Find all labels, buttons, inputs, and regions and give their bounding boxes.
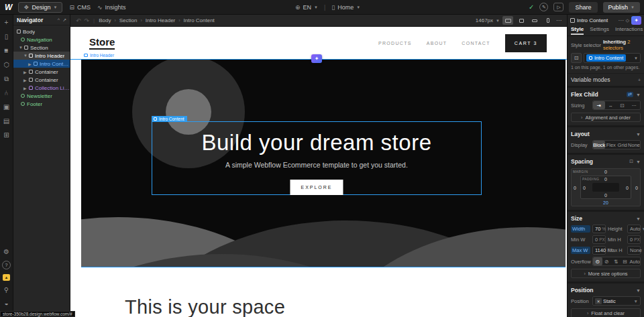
chevron-down-icon[interactable]: ▼ [636, 132, 641, 137]
tab-interactions[interactable]: Interactions [615, 26, 643, 34]
breadcrumb-intro-header[interactable]: Intro Header [146, 17, 175, 23]
preview-icon[interactable]: ▷ [553, 3, 564, 11]
margin-right-value[interactable]: 0 [635, 185, 638, 190]
hero-heading[interactable]: Build your dream store [152, 130, 481, 155]
breakpoint-phone-landscape-icon[interactable] [529, 16, 540, 25]
margin-bottom-value[interactable]: 20 [572, 200, 640, 205]
spacing-settings-icon[interactable]: ⊡ [629, 159, 633, 164]
tree-item-container[interactable]: ▶ Container [13, 76, 70, 84]
nav-link-contact[interactable]: CONTACT [462, 41, 490, 46]
variables-icon[interactable]: ⑃ [2, 88, 11, 97]
pages-icon[interactable]: ▯ [2, 32, 11, 41]
assets-icon[interactable]: ⧉ [2, 74, 11, 83]
components-icon[interactable]: ⬡ [2, 60, 11, 69]
max-width-input[interactable]: 1140 PX [592, 246, 606, 255]
explore-button[interactable]: EXPLORE [290, 180, 343, 195]
canvas-width-value[interactable]: 1467px [476, 17, 493, 23]
caret-right-icon[interactable]: ▶ [23, 78, 27, 82]
tree-item-navigation[interactable]: Navigation [13, 36, 70, 44]
add-element-badge[interactable]: ✦ [311, 54, 322, 63]
hero-section[interactable]: Intro Content Build your dream store A s… [81, 60, 566, 267]
height-input[interactable]: Auto ▼ [627, 225, 641, 233]
float-clear-button[interactable]: › Float and clear [571, 308, 641, 317]
more-breakpoints-icon[interactable]: ⋯ [556, 17, 561, 23]
webflow-logo[interactable]: W [5, 3, 11, 12]
cart-button[interactable]: CART 3 [505, 34, 547, 52]
libraries-icon[interactable]: ▤ [2, 117, 11, 125]
padding-top-value[interactable]: 0 [581, 177, 631, 182]
max-width-label[interactable]: Max W [571, 247, 590, 254]
add-icon[interactable]: + [638, 78, 641, 82]
breakpoint-desktop-icon[interactable] [502, 16, 513, 25]
flex-child-indicator-icon[interactable]: ⇄ [627, 92, 633, 97]
design-surface[interactable]: Store PRODUCTS ABOUT CONTACT CART 3 Intr… [70, 27, 567, 317]
width-input[interactable]: 70 % [592, 225, 606, 233]
undo-icon[interactable]: ↶ [76, 17, 81, 24]
caret-down-icon[interactable]: ▼ [23, 54, 27, 58]
share-button[interactable]: Share [569, 2, 597, 13]
upgrade-warning-icon[interactable]: ▲ [3, 274, 10, 281]
tree-item-container[interactable]: ▶ Container [13, 68, 70, 76]
breakpoint-phone-portrait-icon[interactable] [543, 16, 553, 25]
tree-item-intro-content[interactable]: ▶ Intro Content [13, 60, 70, 68]
breadcrumb-intro-content[interactable]: Intro Content [184, 17, 215, 23]
chevron-down-icon[interactable]: ▼ [636, 92, 641, 97]
hero-subtitle[interactable]: A simple Webflow Ecommerce template to g… [152, 161, 481, 169]
nav-link-products[interactable]: PRODUCTS [378, 41, 412, 46]
cms-button[interactable]: ⊟ CMS [69, 4, 91, 11]
component-icon[interactable]: ⬦ [625, 17, 629, 24]
tab-style[interactable]: Style [571, 26, 584, 35]
tab-settings[interactable]: Settings [590, 26, 609, 34]
max-height-input[interactable]: None ▼ [627, 246, 641, 255]
chevron-down-icon[interactable]: ▼ [636, 288, 641, 293]
space-section-heading[interactable]: This is your space [125, 296, 285, 317]
sizing-none-icon[interactable]: ⊡ [616, 101, 629, 109]
search-icon[interactable]: ⚲ [2, 286, 11, 294]
style-selector-input[interactable]: Intro Content ▼ [584, 53, 641, 63]
width-label[interactable]: Width [571, 225, 590, 233]
media-icon[interactable]: ▣ [2, 103, 11, 111]
sizing-shrink-icon[interactable]: ⇥ [593, 101, 605, 109]
min-width-label[interactable]: Min W [571, 237, 590, 243]
design-menu-button[interactable]: ❖ Design ▼ [18, 2, 62, 13]
tree-item-section[interactable]: ▼ Section [13, 44, 70, 52]
max-height-label[interactable]: Max H [608, 247, 625, 253]
more-size-options-button[interactable]: › More size options [571, 269, 641, 278]
publish-button[interactable]: Publish ▼ [603, 2, 640, 13]
padding-control[interactable]: PADDING 0 0 0 0 [580, 176, 631, 199]
breadcrumb-section[interactable]: Section [119, 17, 138, 23]
caret-right-icon[interactable]: ▶ [23, 70, 27, 74]
redo-icon[interactable]: ↷ [85, 17, 90, 24]
comments-icon[interactable]: ✎ [539, 3, 548, 11]
overflow-scroll-icon[interactable]: ⇅ [611, 257, 621, 265]
tree-item-intro-header[interactable]: ▼ Intro Header [13, 52, 70, 60]
min-height-input[interactable]: 0 PX [627, 235, 641, 244]
height-label[interactable]: Height [608, 226, 625, 232]
intro-header-element-label[interactable]: Intro Header [83, 53, 115, 58]
position-select[interactable]: ✕ Static ▼ [592, 296, 641, 306]
collapse-all-icon[interactable]: ^ [58, 17, 60, 23]
min-width-input[interactable]: 0 PX [592, 235, 606, 244]
chevron-down-icon[interactable]: ▼ [636, 160, 641, 164]
tree-item-collection-list[interactable]: ▶ Collection List Wra... [13, 84, 70, 92]
display-block-option[interactable]: Block [593, 141, 605, 149]
settings-gear-icon[interactable]: ⚙ [2, 247, 11, 256]
apps-icon[interactable]: ⊞ [2, 131, 11, 139]
spacing-control[interactable]: MARGIN 0 0 0 20 PADDING 0 0 0 0 [571, 168, 641, 206]
more-options-icon[interactable]: ⋯ [618, 17, 623, 23]
caret-right-icon[interactable]: ▶ [23, 86, 27, 90]
breadcrumb-body[interactable]: Body [99, 17, 111, 23]
page-switcher[interactable]: ▯ Home ▼ [331, 4, 360, 11]
pin-panel-icon[interactable]: ↗ [62, 17, 66, 23]
sizing-more-icon[interactable]: ⋯ [629, 101, 641, 109]
ai-assistant-button[interactable]: ✦ [631, 16, 641, 25]
sizing-grow-icon[interactable]: ↔ [605, 101, 617, 109]
intro-content-selected-element[interactable]: Intro Content Build your dream store A s… [152, 121, 482, 195]
display-none-option[interactable]: None [628, 141, 640, 149]
intro-content-element-label[interactable]: Intro Content [152, 116, 187, 122]
margin-left-value[interactable]: 0 [574, 185, 576, 190]
caret-down-icon[interactable]: ▼ [19, 46, 22, 50]
min-height-label[interactable]: Min H [608, 237, 625, 243]
site-logo[interactable]: Store [89, 36, 115, 50]
margin-top-value[interactable]: 0 [572, 170, 640, 174]
